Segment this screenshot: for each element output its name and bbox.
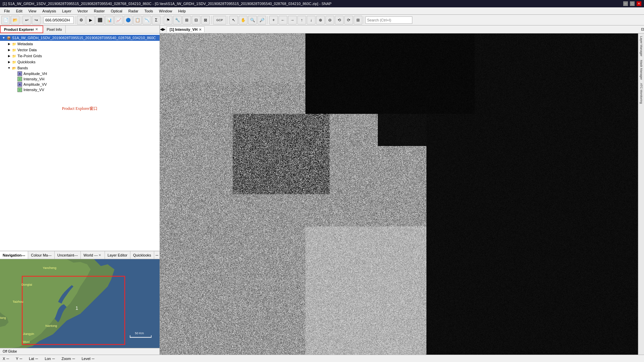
product-explorer-header: Product Explorer ✕ Pixel Info bbox=[0, 25, 160, 33]
menu-item-help[interactable]: Help bbox=[175, 8, 188, 14]
redo-button[interactable]: ↪ bbox=[32, 16, 41, 24]
metadata-toggle[interactable]: ▶ bbox=[7, 42, 11, 46]
menu-item-layer[interactable]: Layer bbox=[59, 8, 74, 14]
navigation-tab[interactable]: Navigation--- bbox=[0, 251, 28, 259]
intensity-vh-image-tab[interactable]: [1] Intensity_VH ✕ bbox=[167, 26, 204, 32]
svg-text:Nantong: Nantong bbox=[46, 324, 57, 328]
tree-amplitude-vh[interactable]: A Amplitude_VH bbox=[0, 71, 160, 76]
lat-sep: ─ bbox=[36, 357, 38, 361]
tool-btn-7[interactable]: 📋 bbox=[133, 16, 142, 24]
layer-manager-label[interactable]: Layer Manager bbox=[640, 35, 643, 58]
menu-item-edit[interactable]: Edit bbox=[13, 8, 25, 14]
tool-btn-8[interactable]: 📉 bbox=[142, 16, 151, 24]
amplitude-vv-label: Amplitude_VV bbox=[22, 82, 47, 86]
nav-btn-4[interactable]: ↑ bbox=[297, 16, 306, 24]
tool-btn-9[interactable]: Σ bbox=[152, 16, 161, 24]
y-status: Y ─ bbox=[16, 357, 22, 361]
tree-vector-data[interactable]: ▶ 📁 Vector Data bbox=[0, 47, 160, 53]
zoom-label: Zoom bbox=[62, 357, 71, 361]
nav-btn-8[interactable]: ⟲ bbox=[335, 16, 344, 24]
tool-btn-3[interactable]: ⬛ bbox=[96, 16, 104, 24]
tool-btn-10[interactable]: ⚑ bbox=[164, 16, 172, 24]
bands-toggle[interactable]: ▼ bbox=[7, 66, 11, 70]
product-explorer-tab-close[interactable]: ✕ bbox=[34, 27, 39, 31]
tool-btn-14[interactable]: ⊠ bbox=[201, 16, 210, 24]
new-button[interactable]: 📄 bbox=[1, 16, 10, 24]
menu-item-window[interactable]: Window bbox=[156, 8, 175, 14]
tree-intensity-vh[interactable]: I Intensity_VH bbox=[0, 76, 160, 82]
toolbar-separator-3 bbox=[75, 16, 75, 24]
nav-btn-5[interactable]: ↓ bbox=[307, 16, 315, 24]
image-panel-expand[interactable]: ⊡ bbox=[641, 27, 644, 31]
open-button[interactable]: 📂 bbox=[11, 16, 19, 24]
close-button[interactable]: ✕ bbox=[637, 1, 641, 6]
menu-item-tools[interactable]: Tools bbox=[142, 8, 156, 14]
tree-root-node[interactable]: ▼ 📦 S1A_IW_GRDH_1SDV_20190828T095515_201… bbox=[0, 35, 160, 41]
tool-btn-13[interactable]: ⊟ bbox=[192, 16, 200, 24]
svg-text:Wuxi: Wuxi bbox=[23, 340, 30, 344]
mask-manager-label[interactable]: Mask Manager bbox=[640, 59, 643, 81]
pixel-info-tab[interactable]: Pixel Info bbox=[43, 25, 65, 33]
bottom-panel-minimize[interactable]: ─ bbox=[154, 253, 160, 257]
layer-editor-tab[interactable]: Layer Editor bbox=[105, 251, 130, 259]
world-tab[interactable]: World --- ✕ bbox=[81, 251, 105, 259]
tree-intensity-vv[interactable]: I Intensity_VV bbox=[0, 87, 160, 92]
root-toggle[interactable]: ▼ bbox=[1, 35, 6, 40]
tool-btn-4[interactable]: 📊 bbox=[105, 16, 114, 24]
tree-tiepoint-grids[interactable]: ▶ 📁 Tie-Point Grids bbox=[0, 53, 160, 59]
uncertainty-tab[interactable]: Uncertaint--- bbox=[55, 251, 81, 259]
menu-item-analysis[interactable]: Analysis bbox=[40, 8, 59, 14]
product-explorer-tab[interactable]: Product Explorer ✕ bbox=[0, 25, 43, 33]
nav-btn-7[interactable]: ⊖ bbox=[326, 16, 334, 24]
search-input[interactable] bbox=[365, 16, 412, 24]
menu-item-vector[interactable]: Vector bbox=[75, 8, 91, 14]
bottom-panel: Navigation--- Colour Ma--- Uncertaint---… bbox=[0, 251, 160, 355]
menu-item-optical[interactable]: Optical bbox=[108, 8, 125, 14]
tool-btn-1[interactable]: ⚙ bbox=[77, 16, 85, 24]
maximize-button[interactable]: □ bbox=[630, 1, 635, 6]
select-tool[interactable]: ↖ bbox=[229, 16, 238, 24]
tool-btn-11[interactable]: 🔧 bbox=[173, 16, 182, 24]
svg-rect-13 bbox=[151, 335, 152, 338]
quicklooks-bottom-tab[interactable]: Quicklooks bbox=[130, 251, 154, 259]
tool-btn-6[interactable]: 🔵 bbox=[124, 16, 132, 24]
tree-amplitude-vv[interactable]: A Amplitude_VV bbox=[0, 82, 160, 87]
nav-btn-6[interactable]: ⊕ bbox=[316, 16, 325, 24]
atc-monitoring-label[interactable]: ATC Monitoring bbox=[640, 82, 643, 105]
nav-btn-1[interactable]: + bbox=[269, 16, 278, 24]
menu-item-raster[interactable]: Raster bbox=[91, 8, 107, 14]
app-title: [1] S1A_IW_GRDH_1SDV_20190828T095515_201… bbox=[3, 2, 623, 6]
coord-input[interactable] bbox=[44, 16, 74, 24]
tiepoint-toggle[interactable]: ▶ bbox=[7, 54, 11, 58]
tool-btn-2[interactable]: ▶ bbox=[86, 16, 95, 24]
quicklooks-toggle[interactable]: ▶ bbox=[7, 60, 11, 64]
svg-text:Jiangyin: Jiangyin bbox=[23, 332, 34, 336]
minimize-button[interactable]: ─ bbox=[623, 1, 628, 6]
bottom-tabs: Navigation--- Colour Ma--- Uncertaint---… bbox=[0, 251, 160, 259]
nav-btn-9[interactable]: ⟳ bbox=[344, 16, 353, 24]
toolbar-separator-4 bbox=[162, 16, 162, 24]
undo-button[interactable]: ↩ bbox=[22, 16, 31, 24]
side-tool-strip: Layer Manager Mask Manager ATC Monitorin… bbox=[638, 33, 644, 355]
colour-map-tab[interactable]: Colour Ma--- bbox=[28, 251, 55, 259]
tree-metadata[interactable]: ▶ 📁 Metadata bbox=[0, 41, 160, 47]
menu-item-view[interactable]: View bbox=[26, 8, 39, 14]
map-area[interactable]: 1 Yancheng Dongtai Taizhou tang Nantong … bbox=[0, 259, 160, 348]
zoom-in-tool[interactable]: 🔍 bbox=[248, 16, 257, 24]
vector-data-toggle[interactable]: ▶ bbox=[7, 48, 11, 52]
menu-item-file[interactable]: File bbox=[1, 8, 13, 14]
nav-btn-10[interactable]: ⊞ bbox=[354, 16, 362, 24]
tool-btn-5[interactable]: 📈 bbox=[114, 16, 123, 24]
menu-item-radar[interactable]: Radar bbox=[126, 8, 141, 14]
pan-tool[interactable]: ✋ bbox=[239, 16, 247, 24]
tool-btn-12[interactable]: ⊞ bbox=[182, 16, 191, 24]
world-tab-close[interactable]: ✕ bbox=[98, 254, 102, 257]
zoom-out-tool[interactable]: 🔎 bbox=[257, 16, 266, 24]
nav-btn-2[interactable]: ← bbox=[279, 16, 287, 24]
intensity-vh-tab-close[interactable]: ✕ bbox=[199, 28, 201, 31]
gcp-button[interactable]: GCP bbox=[213, 16, 226, 24]
tree-quicklooks[interactable]: ▶ 📁 Quicklooks bbox=[0, 59, 160, 65]
nav-btn-3[interactable]: → bbox=[288, 16, 297, 24]
tree-bands[interactable]: ▼ 📂 Bands bbox=[0, 65, 160, 71]
sar-image-area[interactable] bbox=[160, 33, 644, 355]
